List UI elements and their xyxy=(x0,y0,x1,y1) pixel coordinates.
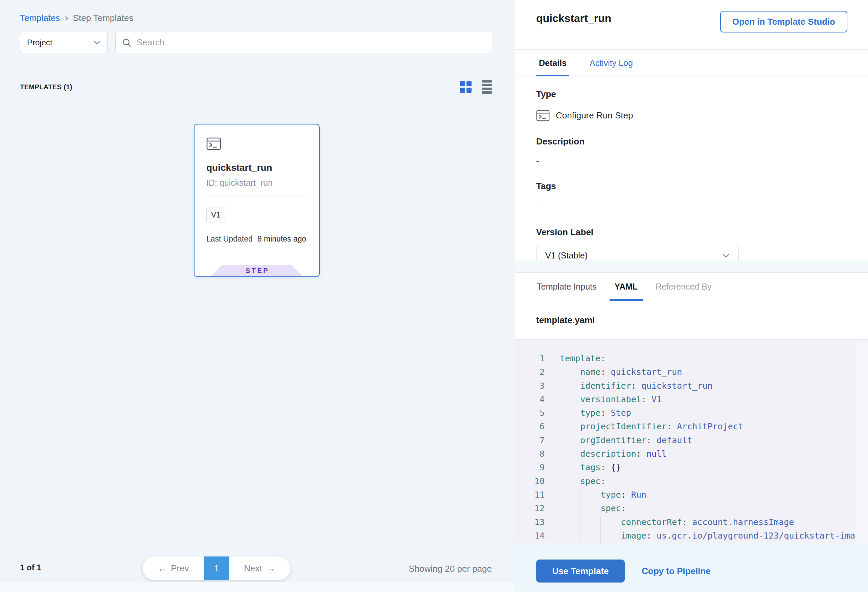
open-in-template-studio-button[interactable]: Open in Template Studio xyxy=(720,11,847,32)
card-divider xyxy=(206,196,307,197)
yaml-line: 13connectorRef: account.harnessImage xyxy=(515,515,855,529)
yaml-code-lines: 1template:2name: quickstart_run3identifi… xyxy=(515,352,855,543)
current-page-button[interactable]: 1 xyxy=(204,557,229,580)
breadcrumb-templates-link[interactable]: Templates xyxy=(20,13,60,23)
terminal-icon xyxy=(206,137,307,150)
yaml-line: 12spec: xyxy=(515,502,855,515)
copy-to-pipeline-link[interactable]: Copy to Pipeline xyxy=(642,566,711,576)
yaml-line: 6projectIdentifier: ArchitProject xyxy=(515,420,855,433)
step-type-badge: STEP xyxy=(211,265,303,276)
tags-value: - xyxy=(536,200,868,211)
last-updated-value: 8 minutes ago xyxy=(257,235,306,244)
search-icon xyxy=(122,38,132,48)
template-card[interactable]: quickstart_run ID: quickstart_run V1 Las… xyxy=(194,124,320,277)
pagination: ← Prev 1 Next → xyxy=(143,557,290,580)
arrow-left-icon: ← xyxy=(157,563,167,574)
tags-label: Tags xyxy=(536,181,868,192)
panel-title: quickstart_run xyxy=(536,12,611,25)
view-toggles xyxy=(460,80,492,94)
tab-activity-log[interactable]: Activity Log xyxy=(587,50,636,76)
section-gap xyxy=(515,260,868,272)
breadcrumb-current-page: Step Templates xyxy=(73,13,134,23)
tab-yaml[interactable]: YAML xyxy=(610,273,643,301)
use-template-button[interactable]: Use Template xyxy=(536,560,625,583)
yaml-line: 10spec: xyxy=(515,475,855,488)
search-input[interactable] xyxy=(137,37,486,48)
arrow-right-icon: → xyxy=(266,563,276,574)
prev-page-label: Prev xyxy=(171,563,189,574)
filter-bar: Project xyxy=(20,32,492,53)
type-value: Configure Run Step xyxy=(556,110,633,121)
yaml-line: 7orgIdentifier: default xyxy=(515,434,855,447)
breadcrumb: Templates › Step Templates xyxy=(20,13,133,23)
chevron-down-icon xyxy=(722,253,730,258)
templates-list-panel: Templates › Step Templates Project TEMPL… xyxy=(0,0,515,592)
code-scrollbar[interactable] xyxy=(856,340,868,543)
terminal-icon xyxy=(536,109,550,121)
actions-footer: Use Template Copy to Pipeline xyxy=(515,543,868,592)
templates-list-header: TEMPLATES (1) xyxy=(20,79,492,95)
template-details-panel: quickstart_run Open in Template Studio D… xyxy=(515,0,868,592)
yaml-line: 4versionLabel: V1 xyxy=(515,393,855,406)
version-select-value: V1 (Stable) xyxy=(545,251,588,260)
version-badge: V1 xyxy=(206,207,225,223)
last-updated-label: Last Updated xyxy=(206,235,253,244)
yaml-tab-bar: Template Inputs YAML Referenced By xyxy=(515,272,868,301)
yaml-line: 14image: us.gcr.io/playground-123/quicks… xyxy=(515,529,855,543)
yaml-line: 1template: xyxy=(515,352,855,365)
yaml-code-viewer: 1template:2name: quickstart_run3identifi… xyxy=(515,340,868,543)
tab-referenced-by[interactable]: Referenced By xyxy=(655,273,712,301)
scope-select-value: Project xyxy=(27,38,52,47)
search-box xyxy=(115,32,492,53)
yaml-file-name: template.yaml xyxy=(536,315,595,325)
yaml-line: 5type: Step xyxy=(515,406,855,420)
bottom-strip xyxy=(0,582,515,592)
details-section: Type Configure Run Step Description - Ta… xyxy=(515,77,868,260)
per-page-label: Showing 20 per page xyxy=(409,564,492,574)
yaml-line: 3identifier: quickstart_run xyxy=(515,379,855,393)
details-tab-bar: Details Activity Log xyxy=(515,49,868,77)
scope-select[interactable]: Project xyxy=(20,32,108,53)
list-view-icon[interactable] xyxy=(482,80,492,94)
yaml-line: 8description: null xyxy=(515,447,855,461)
yaml-file-header: template.yaml xyxy=(515,301,868,340)
version-label: Version Label xyxy=(536,227,868,238)
next-page-label: Next xyxy=(244,563,262,574)
chevron-down-icon xyxy=(93,40,100,45)
app-root: Templates › Step Templates Project TEMPL… xyxy=(0,0,868,592)
pagination-range-label: 1 of 1 xyxy=(20,563,41,572)
description-label: Description xyxy=(536,136,868,147)
type-value-row: Configure Run Step xyxy=(536,109,868,121)
last-updated-row: Last Updated 8 minutes ago xyxy=(206,235,307,244)
card-template-id: ID: quickstart_run xyxy=(206,178,307,188)
yaml-line: 9tags: {} xyxy=(515,461,855,474)
prev-page-button[interactable]: ← Prev xyxy=(143,557,204,580)
yaml-line: 11type: Run xyxy=(515,488,855,502)
description-value: - xyxy=(536,156,868,166)
next-page-button[interactable]: Next → xyxy=(229,557,290,580)
card-title: quickstart_run xyxy=(206,162,307,173)
type-label: Type xyxy=(536,89,868,99)
breadcrumb-chevron-icon: › xyxy=(65,13,68,22)
grid-view-icon[interactable] xyxy=(460,81,472,93)
templates-count-label: TEMPLATES (1) xyxy=(20,83,72,91)
yaml-line: 2name: quickstart_run xyxy=(515,365,855,379)
tab-details[interactable]: Details xyxy=(536,50,569,76)
tab-template-inputs[interactable]: Template Inputs xyxy=(536,273,597,301)
